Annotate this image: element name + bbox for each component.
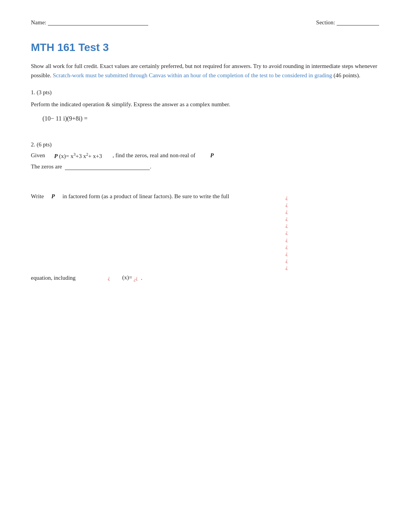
math-formula-1: (10− 11 i)(9+8i) = [42,115,88,122]
question-1-text: Perform the indicated operation & simpli… [31,100,379,110]
zeros-line: The zeros are . [31,163,379,170]
section-underline [337,20,379,25]
page-title: MTH 161 Test 3 [31,41,379,54]
name-underline [48,20,148,25]
equation-including-row: equation, including ¿ (x)= ¿¿ . [31,274,379,282]
vert-char-1: ¿ [286,194,288,201]
find-text: , find the zeros, real and non-real of [112,152,195,159]
vert-char-bottom-1: ¿ [108,275,110,281]
write-p-symbol: P [51,193,55,200]
vert-char-2: ¿ [286,201,288,208]
p-x-label: P (x)= x3+3 x2+ x+3 [54,152,102,160]
header: Name: Section: [31,19,379,26]
equation-px-label: (x)= ¿¿ [122,274,138,282]
given-row: Given P (x)= x3+3 x2+ x+3 , find the zer… [31,152,379,160]
end-dot: . [141,275,142,281]
section-field: Section: [316,19,379,26]
vert-char-5: ¿ [286,222,288,229]
vert-char-4: ¿ [286,215,288,222]
name-label: Name: [31,19,46,26]
vert-char-11: ¿ [286,264,288,271]
p-symbol: P [210,152,213,159]
question-1-block: 1. (3 pts) Perform the indicated operati… [31,89,379,122]
equation-label: equation, including [31,275,76,281]
question-1-expression: (10− 11 i)(9+8i) = [42,115,379,122]
factored-text: in factored form (as a product of linear… [63,193,229,200]
question-1-number: 1. (3 pts) [31,89,379,96]
instructions-block: Show all work for full credit. Exact val… [31,61,379,80]
zeros-blank [65,165,150,170]
instructions-highlight: Scratch-work must be submitted through C… [53,72,332,78]
vert-char-8: ¿ [286,243,288,250]
factored-section: Write P in factored form (as a product o… [31,193,379,282]
vertical-symbols-container: ¿ ¿ ¿ ¿ ¿ ¿ ¿ ¿ ¿ ¿ ¿ [286,194,288,271]
vert-char-9: ¿ [286,250,288,257]
question-2-number: 2. (6 pts) [31,141,379,148]
zeros-text: The zeros are [31,163,62,170]
vert-char-3: ¿ [286,208,288,215]
instructions-part2: (46 points). [332,72,360,78]
given-label: Given [31,152,45,159]
section-label: Section: [316,19,335,26]
vert-char-6: ¿ [286,229,288,236]
vert-char-7: ¿ [286,236,288,243]
write-label: Write [31,193,44,200]
question-2-block: 2. (6 pts) Given P (x)= x3+3 x2+ x+3 , f… [31,141,379,170]
vert-char-10: ¿ [286,257,288,264]
name-field: Name: [31,19,148,26]
